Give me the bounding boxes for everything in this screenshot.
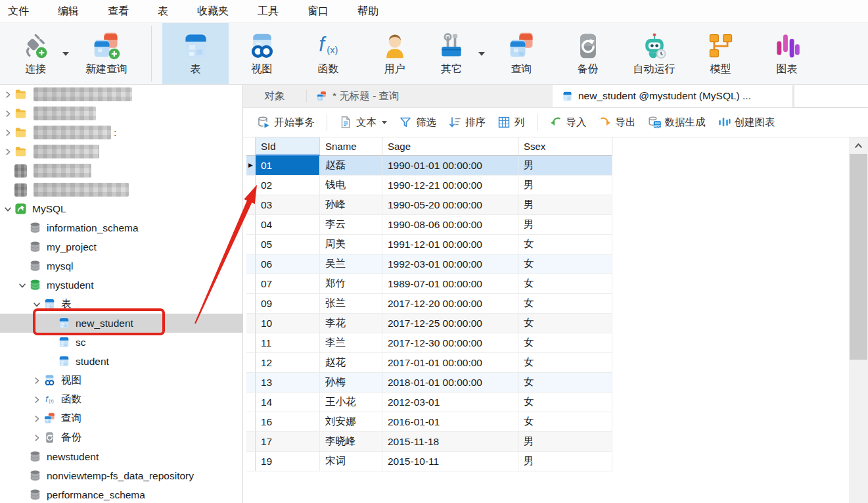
grid-cell[interactable]: 男 xyxy=(518,432,612,452)
row-selector[interactable] xyxy=(246,274,256,294)
toolbar-button-4[interactable]: 视图 xyxy=(229,23,295,84)
grid-cell[interactable]: 01 xyxy=(256,156,320,176)
menu-item-3[interactable]: 表 xyxy=(158,5,168,18)
grid-cell[interactable]: 12 xyxy=(256,353,320,373)
grid-cell[interactable]: 09 xyxy=(256,294,320,314)
sidebar-item-redacted[interactable] xyxy=(0,104,242,123)
toolbar-button-12[interactable]: 图表 xyxy=(754,23,820,84)
grid-cell[interactable]: 王小花 xyxy=(320,393,382,412)
sidebar-item-student[interactable]: student xyxy=(0,352,242,371)
toolbar-button-10[interactable]: 自动运行 xyxy=(621,23,687,84)
menu-item-4[interactable]: 收藏夹 xyxy=(197,5,229,18)
toolbar-button-11[interactable]: 模型 xyxy=(687,23,754,84)
row-selector[interactable] xyxy=(246,353,256,373)
grid-toolbar-button-10[interactable]: 创建图表 xyxy=(712,112,781,133)
sidebar-item-redacted[interactable] xyxy=(0,161,242,180)
chevron-down-icon[interactable] xyxy=(16,281,29,290)
sidebar-item-my_project[interactable]: my_project xyxy=(0,237,242,256)
grid-cell[interactable]: 女 xyxy=(518,314,612,333)
row-selector[interactable] xyxy=(246,235,256,254)
grid-cell[interactable]: 周美 xyxy=(320,235,382,254)
sidebar-item-表[interactable]: 表 xyxy=(0,295,242,314)
sidebar-item-performance_schema[interactable]: performance_schema xyxy=(0,485,242,503)
sidebar-item-information_schema[interactable]: information_schema xyxy=(0,218,242,237)
grid-cell[interactable]: 女 xyxy=(518,235,612,254)
chevron-right-icon[interactable] xyxy=(30,414,43,423)
menu-item-2[interactable]: 查看 xyxy=(108,5,129,18)
grid-cell[interactable]: 13 xyxy=(256,373,320,393)
chevron-right-icon[interactable] xyxy=(30,376,43,385)
grid-toolbar-button-0[interactable]: 开始事务 xyxy=(251,112,321,133)
grid-cell[interactable]: 2017-12-20 00:00:00 xyxy=(382,294,518,314)
tab-objects[interactable]: 对象 xyxy=(243,85,306,107)
grid-toolbar-button-8[interactable]: 导出 xyxy=(593,112,642,133)
grid-cell[interactable]: 2017-01-01 00:00:00 xyxy=(382,353,518,373)
chevron-right-icon[interactable] xyxy=(30,395,43,404)
grid-cell[interactable]: 男 xyxy=(518,195,612,215)
scrollbar-thumb[interactable] xyxy=(850,154,867,360)
chevron-right-icon[interactable] xyxy=(30,433,43,443)
sidebar-item-mysql[interactable]: mysql xyxy=(0,256,242,275)
sidebar-item-视图[interactable]: 视图 xyxy=(0,371,242,390)
tab-new-student-table[interactable]: new_student @mystudent (MySQL) ... xyxy=(553,85,792,107)
grid-cell[interactable]: 李兰 xyxy=(320,333,382,353)
dropdown-caret-icon[interactable] xyxy=(475,23,488,84)
grid-cell[interactable]: 2018-01-01 00:00:00 xyxy=(382,373,518,393)
grid-cell[interactable]: 男 xyxy=(518,452,612,471)
column-header-Sage[interactable]: Sage xyxy=(382,137,518,156)
grid-cell[interactable]: 男 xyxy=(518,156,612,176)
tab-untitled-query[interactable]: * 无标题 - 查询 xyxy=(307,85,553,107)
chevron-down-icon[interactable] xyxy=(30,300,43,309)
grid-cell[interactable]: 1990-12-21 00:00:00 xyxy=(382,176,518,195)
vertical-scrollbar[interactable] xyxy=(849,137,868,503)
grid-toolbar-button-7[interactable]: 导入 xyxy=(543,112,593,133)
grid-toolbar-button-3[interactable]: 筛选 xyxy=(393,112,442,133)
grid-toolbar-button-9[interactable]: 数据生成 xyxy=(642,112,712,133)
grid-cell[interactable]: 李晓峰 xyxy=(320,432,382,452)
grid-toolbar-button-4[interactable]: 排序 xyxy=(442,112,491,133)
grid-cell[interactable]: 17 xyxy=(256,432,320,452)
grid-cell[interactable]: 1990-08-06 00:00:00 xyxy=(382,215,518,235)
grid-toolbar-button-2[interactable]: 文本 xyxy=(333,112,393,133)
toolbar-button-3[interactable]: 表 xyxy=(162,23,229,84)
sidebar-item-mystudent[interactable]: mystudent xyxy=(0,275,242,295)
grid-cell[interactable]: 02 xyxy=(256,176,320,195)
sidebar-item-new_student[interactable]: new_student xyxy=(0,314,242,333)
row-selector[interactable] xyxy=(246,373,256,393)
grid-cell[interactable]: 赵磊 xyxy=(320,156,382,176)
grid-cell[interactable]: 07 xyxy=(256,274,320,294)
sidebar-item-newstudent[interactable]: newstudent xyxy=(0,447,242,466)
dropdown-caret-icon[interactable] xyxy=(59,23,72,84)
menu-item-0[interactable]: 文件 xyxy=(8,5,29,18)
grid-cell[interactable]: 2012-03-01 xyxy=(382,393,518,412)
grid-cell[interactable]: 男 xyxy=(518,215,612,235)
row-selector[interactable] xyxy=(246,432,256,452)
sidebar-item-nonviewtemp-fs_data_repository[interactable]: nonviewtemp-fs_data_repository xyxy=(0,466,242,485)
grid-cell[interactable]: 16 xyxy=(256,412,320,432)
grid-cell[interactable]: 03 xyxy=(256,195,320,215)
row-selector[interactable] xyxy=(246,254,256,274)
row-selector[interactable]: ▶ xyxy=(246,156,256,176)
grid-cell[interactable]: 1991-12-01 00:00:00 xyxy=(382,235,518,254)
grid-cell[interactable]: 2015-11-18 xyxy=(382,432,518,452)
grid-cell[interactable]: 女 xyxy=(518,274,612,294)
grid-cell[interactable]: 宋词 xyxy=(320,452,382,471)
sidebar-item-redacted[interactable] xyxy=(0,85,242,104)
toolbar-button-1[interactable]: 新建查询 xyxy=(72,23,141,84)
grid-cell[interactable]: 孙梅 xyxy=(320,373,382,393)
grid-cell[interactable]: 赵花 xyxy=(320,353,382,373)
sidebar-item-查询[interactable]: 查询 xyxy=(0,409,242,428)
chevron-right-icon[interactable] xyxy=(1,147,14,156)
sidebar-item-sc[interactable]: sc xyxy=(0,333,242,352)
grid-cell[interactable]: 李云 xyxy=(320,215,382,235)
grid-cell[interactable]: 男 xyxy=(518,176,612,195)
sidebar-item-redacted[interactable] xyxy=(0,142,242,161)
toolbar-button-5[interactable]: 函数 xyxy=(295,23,361,84)
grid-cell[interactable]: 吴兰 xyxy=(320,254,382,274)
grid-cell[interactable]: 女 xyxy=(518,353,612,373)
grid-cell[interactable]: 2015-10-11 xyxy=(382,452,518,471)
row-selector[interactable] xyxy=(246,333,256,353)
grid-cell[interactable]: 1990-05-20 00:00:00 xyxy=(382,195,518,215)
toolbar-button-6[interactable]: 用户 xyxy=(361,23,428,84)
grid-cell[interactable]: 2016-01-01 xyxy=(382,412,518,432)
